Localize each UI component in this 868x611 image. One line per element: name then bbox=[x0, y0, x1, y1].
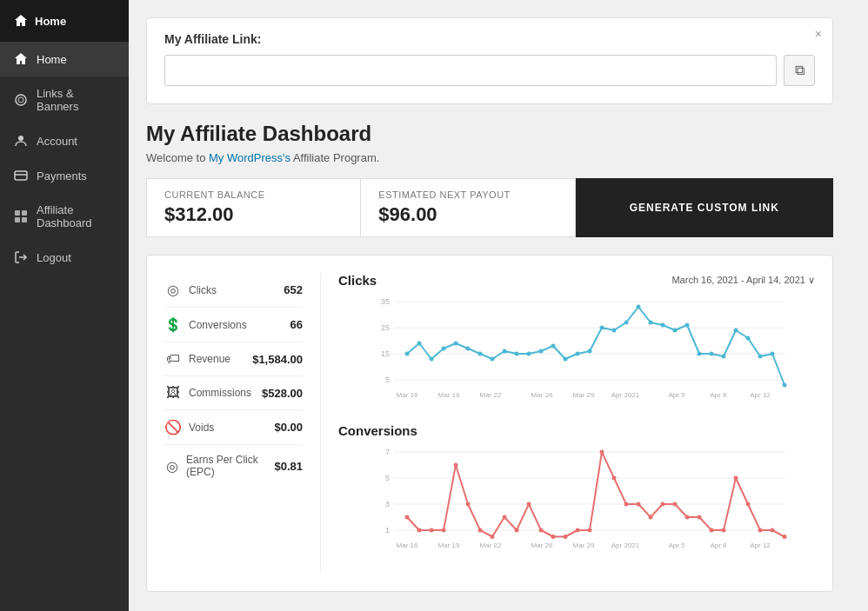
clicks-chart-svg: 35 25 15 5 Mar 16 Mar 19 Mar 22 Mar 26 M… bbox=[338, 293, 815, 406]
svg-text:25: 25 bbox=[381, 323, 390, 332]
svg-text:Mar 29: Mar 29 bbox=[573, 391, 595, 399]
voids-stat-row: 🚫 Voids $0.00 bbox=[164, 410, 303, 445]
svg-text:Mar 16: Mar 16 bbox=[397, 391, 418, 399]
affiliate-link-label: My Affiliate Link: bbox=[164, 32, 815, 46]
svg-point-40 bbox=[588, 349, 592, 354]
payments-icon bbox=[14, 169, 28, 183]
svg-point-43 bbox=[624, 321, 629, 325]
subtitle-end: Affiliate Program. bbox=[290, 151, 379, 164]
epc-stat-row: ◎ Earns Per Click (EPC) $0.81 bbox=[164, 445, 303, 487]
commissions-stat-row: 🖼 Commissions $528.00 bbox=[164, 376, 303, 410]
voids-value: $0.00 bbox=[274, 421, 303, 434]
svg-point-51 bbox=[722, 355, 726, 359]
svg-point-46 bbox=[661, 323, 665, 328]
sidebar-item-logout-label: Logout bbox=[37, 251, 71, 264]
svg-point-95 bbox=[661, 502, 665, 507]
svg-point-84 bbox=[527, 502, 531, 507]
revenue-stat-row: 🏷 Revenue $1,584.00 bbox=[164, 342, 303, 376]
svg-point-90 bbox=[600, 450, 604, 455]
svg-text:15: 15 bbox=[381, 349, 390, 358]
svg-point-96 bbox=[673, 502, 678, 507]
revenue-label: Revenue bbox=[189, 353, 230, 365]
svg-point-49 bbox=[698, 352, 702, 356]
svg-text:5: 5 bbox=[385, 474, 390, 482]
affiliate-link-input[interactable] bbox=[164, 55, 777, 86]
epc-icon: ◎ bbox=[164, 458, 179, 475]
generate-custom-link-button[interactable]: GENERATE CUSTOM LINK bbox=[576, 178, 833, 237]
svg-text:Apr 2021: Apr 2021 bbox=[611, 541, 640, 549]
conversions-chart-container: 7 5 3 1 Mar 16 Mar 19 Mar 22 Mar 26 Mar … bbox=[338, 443, 815, 560]
svg-point-44 bbox=[637, 305, 641, 309]
sidebar-item-links-label: Links & Banners bbox=[37, 87, 115, 113]
svg-point-76 bbox=[430, 528, 434, 533]
clicks-chart-section: Clicks March 16, 2021 - April 14, 2021 ∨… bbox=[338, 273, 815, 409]
conversions-chart-section: Conversions 7 5 3 1 bbox=[338, 423, 815, 560]
logout-icon bbox=[14, 250, 28, 264]
svg-point-85 bbox=[539, 528, 544, 533]
svg-point-32 bbox=[491, 357, 495, 362]
svg-point-26 bbox=[417, 342, 422, 346]
clicks-date-range[interactable]: March 16, 2021 - April 14, 2021 ∨ bbox=[671, 275, 815, 286]
sidebar-brand[interactable]: Home bbox=[0, 0, 129, 42]
right-charts: Clicks March 16, 2021 - April 14, 2021 ∨… bbox=[338, 273, 815, 574]
svg-point-83 bbox=[515, 528, 519, 533]
svg-point-91 bbox=[612, 476, 617, 481]
svg-point-33 bbox=[503, 349, 507, 354]
svg-text:Mar 22: Mar 22 bbox=[480, 541, 502, 549]
sidebar-item-payments[interactable]: Payments bbox=[0, 158, 129, 193]
svg-text:Mar 19: Mar 19 bbox=[438, 541, 460, 549]
svg-point-38 bbox=[564, 357, 568, 362]
svg-point-81 bbox=[491, 535, 495, 539]
voids-icon: 🚫 bbox=[164, 419, 182, 435]
dashboard-title: My Affiliate Dashboard bbox=[146, 122, 851, 146]
home-nav-icon bbox=[14, 52, 28, 66]
dashboard-subtitle: Welcome to My WordPress's Affiliate Prog… bbox=[146, 151, 851, 164]
copy-button[interactable]: ⧉ bbox=[784, 55, 815, 86]
sidebar-brand-label: Home bbox=[35, 15, 66, 28]
svg-point-99 bbox=[710, 528, 714, 533]
main-content: × My Affiliate Link: ⧉ My Affiliate Dash… bbox=[129, 0, 868, 611]
svg-point-80 bbox=[478, 528, 483, 533]
svg-text:1: 1 bbox=[385, 526, 390, 535]
dashboard-icon bbox=[14, 209, 28, 223]
svg-point-103 bbox=[758, 528, 763, 533]
current-balance-label: Current Balance bbox=[164, 189, 343, 200]
svg-text:Apr 2021: Apr 2021 bbox=[611, 391, 640, 399]
svg-point-79 bbox=[466, 502, 471, 507]
svg-point-86 bbox=[551, 535, 556, 539]
svg-point-74 bbox=[405, 515, 410, 520]
svg-text:Apr 5: Apr 5 bbox=[668, 541, 685, 549]
svg-point-55 bbox=[771, 352, 775, 356]
estimated-payout-label: Estimated Next Payout bbox=[378, 189, 557, 200]
svg-point-104 bbox=[771, 528, 775, 533]
subtitle-text: Welcome to bbox=[146, 151, 209, 164]
svg-point-36 bbox=[539, 349, 544, 354]
svg-point-37 bbox=[551, 344, 556, 349]
close-button[interactable]: × bbox=[815, 27, 822, 41]
svg-point-97 bbox=[685, 515, 690, 520]
sidebar-item-home[interactable]: Home bbox=[0, 42, 129, 76]
conversions-stat-row: 💲 Conversions 66 bbox=[164, 308, 303, 342]
subtitle-link[interactable]: My WordPress's bbox=[209, 151, 290, 164]
sidebar-item-account[interactable]: Account bbox=[0, 123, 129, 158]
clicks-chart-header: Clicks March 16, 2021 - April 14, 2021 ∨ bbox=[338, 273, 815, 288]
svg-text:7: 7 bbox=[385, 448, 390, 456]
svg-point-82 bbox=[503, 515, 507, 520]
svg-point-48 bbox=[685, 323, 690, 328]
sidebar-item-logout[interactable]: Logout bbox=[0, 240, 129, 275]
svg-point-34 bbox=[515, 352, 519, 356]
svg-point-100 bbox=[722, 528, 726, 533]
svg-point-25 bbox=[405, 352, 410, 356]
clicks-stat-row: ◎ Clicks 652 bbox=[164, 273, 303, 308]
sidebar-item-links-banners[interactable]: Links & Banners bbox=[0, 76, 129, 123]
svg-point-41 bbox=[600, 326, 604, 330]
svg-point-50 bbox=[710, 352, 714, 356]
home-icon bbox=[14, 14, 28, 28]
svg-point-53 bbox=[746, 336, 751, 341]
svg-point-94 bbox=[649, 515, 653, 520]
svg-rect-6 bbox=[15, 217, 20, 222]
svg-rect-5 bbox=[22, 210, 27, 216]
affiliate-link-row: ⧉ bbox=[164, 55, 815, 86]
sidebar-item-affiliate-dashboard[interactable]: Affiliate Dashboard bbox=[0, 193, 129, 240]
svg-point-52 bbox=[734, 329, 738, 333]
